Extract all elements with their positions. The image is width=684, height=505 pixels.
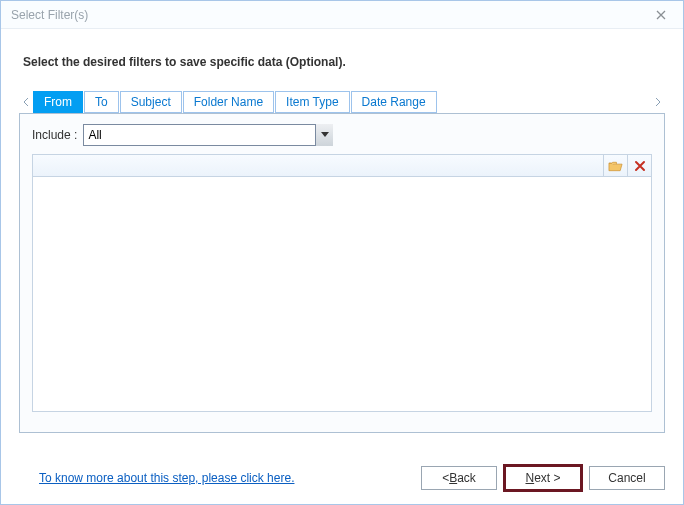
dialog-footer: To know more about this step, please cli…	[19, 466, 665, 490]
next-mnemonic: N	[525, 471, 534, 485]
tab-date-range[interactable]: Date Range	[351, 91, 437, 113]
filter-list-area	[32, 154, 652, 412]
instruction-text: Select the desired filters to save speci…	[23, 55, 661, 69]
back-rest: ack	[457, 471, 476, 485]
include-label: Include :	[32, 128, 77, 142]
back-prefix: <	[442, 471, 449, 485]
folder-open-icon	[608, 160, 623, 172]
tab-item-type[interactable]: Item Type	[275, 91, 349, 113]
dialog-content: Select the desired filters to save speci…	[1, 29, 683, 504]
remove-item-button[interactable]	[627, 155, 651, 176]
back-mnemonic: B	[449, 471, 457, 485]
cancel-label: Cancel	[608, 471, 645, 485]
window-title: Select Filter(s)	[11, 8, 88, 22]
window-close-button[interactable]	[647, 5, 675, 25]
help-link[interactable]: To know more about this step, please cli…	[39, 471, 294, 485]
tab-strip: FromToSubjectFolder NameItem TypeDate Ra…	[19, 91, 665, 113]
chevron-right-icon	[655, 97, 661, 107]
chevron-left-icon	[23, 97, 29, 107]
title-bar: Select Filter(s)	[1, 1, 683, 29]
list-toolbar	[33, 155, 651, 177]
x-icon	[634, 160, 646, 172]
tab-from[interactable]: From	[33, 91, 83, 113]
include-select[interactable]: All	[83, 124, 333, 146]
browse-folder-button[interactable]	[603, 155, 627, 176]
tab-scroll-right[interactable]	[651, 91, 665, 113]
include-row: Include : All	[32, 124, 652, 146]
tab-to[interactable]: To	[84, 91, 119, 113]
tab-subject[interactable]: Subject	[120, 91, 182, 113]
next-button[interactable]: Next >	[505, 466, 581, 490]
tab-scroll-left[interactable]	[19, 91, 33, 113]
tab-folder-name[interactable]: Folder Name	[183, 91, 274, 113]
next-rest: ext >	[534, 471, 560, 485]
cancel-button[interactable]: Cancel	[589, 466, 665, 490]
filter-panel: Include : All	[19, 113, 665, 433]
back-button[interactable]: < Back	[421, 466, 497, 490]
button-row: < Back Next > Cancel	[421, 466, 665, 490]
include-select-wrap: All	[83, 124, 333, 146]
close-icon	[656, 10, 666, 20]
